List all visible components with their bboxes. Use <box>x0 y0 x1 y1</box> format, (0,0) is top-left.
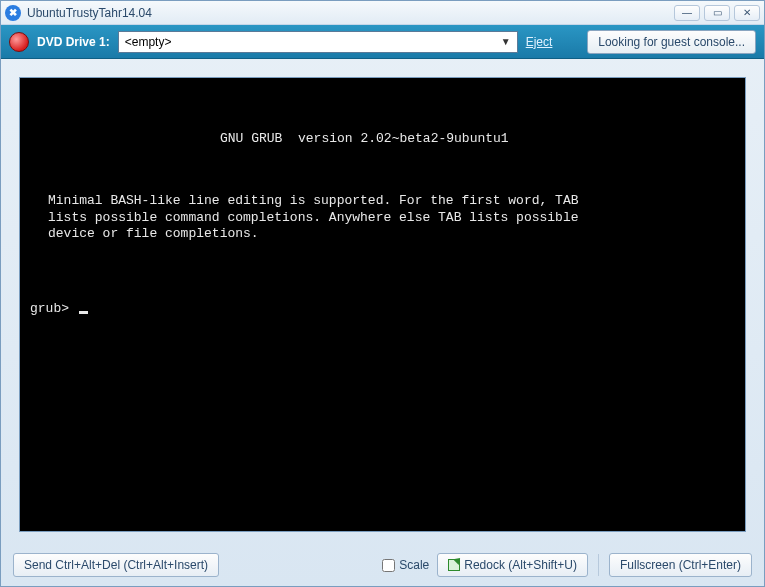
fullscreen-button[interactable]: Fullscreen (Ctrl+Enter) <box>609 553 752 577</box>
scale-checkbox-input[interactable] <box>382 559 395 572</box>
titlebar: ✖ UbuntuTrustyTahr14.04 — ▭ ✕ <box>1 1 764 25</box>
grub-prompt: grub> <box>30 301 77 316</box>
drive-label: DVD Drive 1: <box>37 35 110 49</box>
drive-select-value: <empty> <box>125 35 172 49</box>
scale-checkbox-label: Scale <box>399 558 429 572</box>
window-title: UbuntuTrustyTahr14.04 <box>27 6 674 20</box>
send-cad-button[interactable]: Send Ctrl+Alt+Del (Ctrl+Alt+Insert) <box>13 553 219 577</box>
eject-link[interactable]: Eject <box>526 35 553 49</box>
chevron-down-icon: ▼ <box>501 36 511 47</box>
grub-header: GNU GRUB version 2.02~beta2-9ubuntu1 <box>30 131 735 147</box>
minimize-button[interactable]: — <box>674 5 700 21</box>
app-icon: ✖ <box>5 5 21 21</box>
guest-console-button[interactable]: Looking for guest console... <box>587 30 756 54</box>
vm-window: ✖ UbuntuTrustyTahr14.04 — ▭ ✕ DVD Drive … <box>0 0 765 587</box>
redock-button[interactable]: Redock (Alt+Shift+U) <box>437 553 588 577</box>
close-button[interactable]: ✕ <box>734 5 760 21</box>
send-cad-button-label: Send Ctrl+Alt+Del (Ctrl+Alt+Insert) <box>24 558 208 572</box>
guest-console[interactable]: GNU GRUB version 2.02~beta2-9ubuntu1 Min… <box>19 77 746 532</box>
maximize-button[interactable]: ▭ <box>704 5 730 21</box>
redock-button-label: Redock (Alt+Shift+U) <box>464 558 577 572</box>
bottombar: Send Ctrl+Alt+Del (Ctrl+Alt+Insert) Scal… <box>1 550 764 586</box>
content-area: GNU GRUB version 2.02~beta2-9ubuntu1 Min… <box>1 59 764 550</box>
grub-help-text: Minimal BASH-like line editing is suppor… <box>30 179 735 242</box>
window-controls: — ▭ ✕ <box>674 5 760 21</box>
cursor-icon <box>79 311 88 314</box>
scale-checkbox[interactable]: Scale <box>382 558 429 572</box>
separator <box>598 554 599 576</box>
grub-prompt-line: grub> <box>30 275 735 317</box>
toolbar: DVD Drive 1: <empty> ▼ Eject Looking for… <box>1 25 764 59</box>
redock-icon <box>448 559 460 571</box>
drive-select[interactable]: <empty> ▼ <box>118 31 518 53</box>
power-icon[interactable] <box>9 32 29 52</box>
fullscreen-button-label: Fullscreen (Ctrl+Enter) <box>620 558 741 572</box>
guest-console-button-label: Looking for guest console... <box>598 35 745 49</box>
